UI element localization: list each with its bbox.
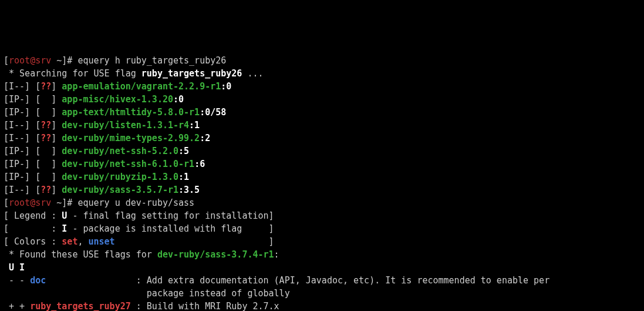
legend-line: [ : I - package is installed with flag ] bbox=[4, 223, 274, 234]
prompt: [root@srv ~]# bbox=[4, 198, 77, 208]
use-flag-row: - - doc : Add extra documentation (API, … bbox=[4, 275, 549, 286]
pkg-result-row: [I--] [??] dev-ruby/mime-types-2.99.2:2 bbox=[4, 133, 210, 143]
pkg-result-row: [IP-] [ ] dev-ruby/rubyzip-1.3.0:1 bbox=[4, 172, 189, 182]
pkg-result-row: [I--] [??] dev-ruby/listen-1.3.1-r4:1 bbox=[4, 120, 200, 131]
command[interactable]: equery u dev-ruby/sass bbox=[77, 198, 194, 208]
legend-line: [ Legend : U - final flag setting for in… bbox=[4, 210, 274, 221]
use-flag-row-cont: package instead of globally bbox=[4, 288, 290, 299]
pkg-result-row: [IP-] [ ] dev-ruby/net-ssh-6.1.0-r1:6 bbox=[4, 159, 205, 169]
pkg-result-row: [IP-] [ ] app-misc/hivex-1.3.20:0 bbox=[4, 94, 184, 105]
pkg-result-row: [I--] [??] app-emulation/vagrant-2.2.9-r… bbox=[4, 81, 231, 92]
terminal-output: [root@srv ~]# equery h ruby_targets_ruby… bbox=[4, 54, 640, 311]
prompt: [root@srv ~]# bbox=[4, 55, 77, 66]
pkg-result-row: [IP-] [ ] dev-ruby/net-ssh-5.2.0:5 bbox=[4, 146, 189, 156]
searching-line: * Searching for USE flag ruby_targets_ru… bbox=[4, 68, 264, 79]
use-header: U I bbox=[4, 262, 25, 273]
pkg-result-row: [IP-] [ ] app-text/htmltidy-5.8.0-r1:0/5… bbox=[4, 107, 226, 118]
colors-line: [ Colors : set, unset ] bbox=[4, 236, 274, 247]
pkg-result-row: [I--] [??] dev-ruby/sass-3.5.7-r1:3.5 bbox=[4, 185, 200, 195]
command[interactable]: equery h ruby_targets_ruby26 bbox=[77, 55, 226, 66]
use-flag-row: + + ruby_targets_ruby27 : Build with MRI… bbox=[4, 301, 279, 311]
found-line: * Found these USE flags for dev-ruby/sas… bbox=[4, 249, 279, 260]
